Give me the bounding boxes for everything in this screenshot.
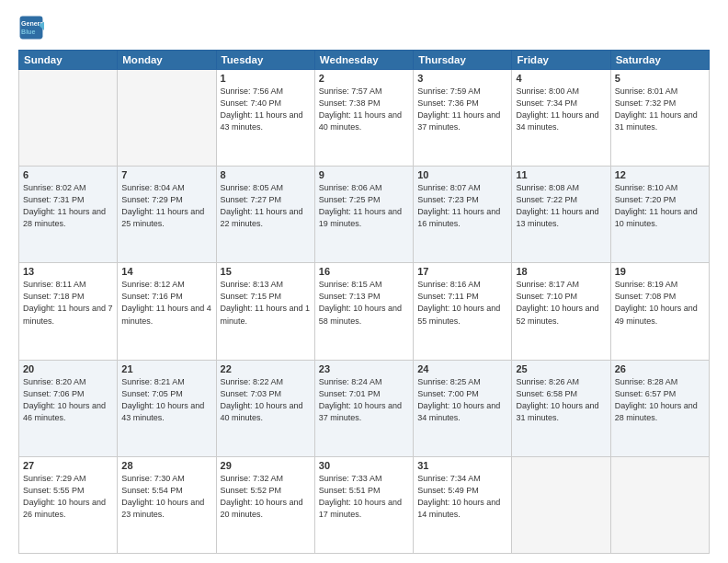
day-number: 3 xyxy=(417,73,507,84)
day-number: 5 xyxy=(615,73,705,84)
day-number: 30 xyxy=(319,460,409,471)
day-number: 13 xyxy=(23,266,113,277)
calendar-cell: 22Sunrise: 8:22 AM Sunset: 7:03 PM Dayli… xyxy=(216,360,314,456)
day-info: Sunrise: 7:34 AM Sunset: 5:49 PM Dayligh… xyxy=(417,473,507,521)
calendar-cell: 5Sunrise: 8:01 AM Sunset: 7:32 PM Daylig… xyxy=(610,70,709,167)
day-info: Sunrise: 8:11 AM Sunset: 7:18 PM Dayligh… xyxy=(23,279,113,327)
calendar-cell: 4Sunrise: 8:00 AM Sunset: 7:34 PM Daylig… xyxy=(512,70,610,167)
calendar-cell: 25Sunrise: 8:26 AM Sunset: 6:58 PM Dayli… xyxy=(512,360,610,456)
day-info: Sunrise: 8:20 AM Sunset: 7:06 PM Dayligh… xyxy=(23,376,113,424)
day-number: 8 xyxy=(221,169,311,180)
day-number: 10 xyxy=(417,169,507,180)
calendar-cell: 13Sunrise: 8:11 AM Sunset: 7:18 PM Dayli… xyxy=(19,263,118,360)
day-number: 12 xyxy=(615,169,705,180)
calendar-cell xyxy=(19,70,118,167)
calendar-cell: 31Sunrise: 7:34 AM Sunset: 5:49 PM Dayli… xyxy=(414,456,512,553)
day-number: 26 xyxy=(615,363,705,374)
calendar-cell xyxy=(610,456,709,553)
page: General Blue SundayMondayTuesdayWednesda… xyxy=(0,0,728,563)
calendar-cell: 2Sunrise: 7:57 AM Sunset: 7:38 PM Daylig… xyxy=(314,70,413,167)
day-info: Sunrise: 7:29 AM Sunset: 5:55 PM Dayligh… xyxy=(23,473,113,521)
day-number: 2 xyxy=(319,73,409,84)
day-number: 27 xyxy=(23,460,113,471)
day-number: 14 xyxy=(121,266,211,277)
calendar-cell: 7Sunrise: 8:04 AM Sunset: 7:29 PM Daylig… xyxy=(118,167,216,263)
day-info: Sunrise: 8:15 AM Sunset: 7:13 PM Dayligh… xyxy=(319,279,409,327)
weekday-header: Monday xyxy=(118,51,216,70)
day-info: Sunrise: 8:12 AM Sunset: 7:16 PM Dayligh… xyxy=(121,279,211,327)
day-number: 25 xyxy=(516,363,606,374)
calendar-cell: 3Sunrise: 7:59 AM Sunset: 7:36 PM Daylig… xyxy=(414,70,512,167)
day-info: Sunrise: 7:59 AM Sunset: 7:36 PM Dayligh… xyxy=(417,86,507,133)
day-number: 29 xyxy=(221,460,311,471)
calendar-week-row: 20Sunrise: 8:20 AM Sunset: 7:06 PM Dayli… xyxy=(19,360,710,456)
day-info: Sunrise: 8:02 AM Sunset: 7:31 PM Dayligh… xyxy=(23,182,113,230)
day-info: Sunrise: 7:56 AM Sunset: 7:40 PM Dayligh… xyxy=(221,86,311,133)
day-number: 1 xyxy=(221,73,311,84)
calendar-cell: 29Sunrise: 7:32 AM Sunset: 5:52 PM Dayli… xyxy=(216,456,314,553)
calendar-week-row: 1Sunrise: 7:56 AM Sunset: 7:40 PM Daylig… xyxy=(19,70,710,167)
calendar-table: SundayMondayTuesdayWednesdayThursdayFrid… xyxy=(18,50,710,554)
calendar-cell: 15Sunrise: 8:13 AM Sunset: 7:15 PM Dayli… xyxy=(216,263,314,360)
svg-rect-1 xyxy=(20,17,43,40)
calendar-cell: 17Sunrise: 8:16 AM Sunset: 7:11 PM Dayli… xyxy=(414,263,512,360)
calendar-cell: 12Sunrise: 8:10 AM Sunset: 7:20 PM Dayli… xyxy=(610,167,709,263)
day-number: 7 xyxy=(121,169,211,180)
calendar-cell: 10Sunrise: 8:07 AM Sunset: 7:23 PM Dayli… xyxy=(414,167,512,263)
weekday-header: Wednesday xyxy=(314,51,413,70)
calendar-cell: 23Sunrise: 8:24 AM Sunset: 7:01 PM Dayli… xyxy=(314,360,413,456)
day-info: Sunrise: 7:30 AM Sunset: 5:54 PM Dayligh… xyxy=(121,473,211,521)
calendar-cell: 24Sunrise: 8:25 AM Sunset: 7:00 PM Dayli… xyxy=(414,360,512,456)
weekday-header: Tuesday xyxy=(216,51,314,70)
day-number: 18 xyxy=(516,266,606,277)
day-info: Sunrise: 8:04 AM Sunset: 7:29 PM Dayligh… xyxy=(121,182,211,230)
calendar-header-row: SundayMondayTuesdayWednesdayThursdayFrid… xyxy=(19,51,710,70)
day-number: 24 xyxy=(417,363,507,374)
day-number: 11 xyxy=(516,169,606,180)
weekday-header: Saturday xyxy=(610,51,709,70)
calendar-week-row: 6Sunrise: 8:02 AM Sunset: 7:31 PM Daylig… xyxy=(19,167,710,263)
calendar-cell xyxy=(512,456,610,553)
calendar-cell: 21Sunrise: 8:21 AM Sunset: 7:05 PM Dayli… xyxy=(118,360,216,456)
calendar-cell: 11Sunrise: 8:08 AM Sunset: 7:22 PM Dayli… xyxy=(512,167,610,263)
day-info: Sunrise: 8:19 AM Sunset: 7:08 PM Dayligh… xyxy=(615,279,705,327)
day-number: 22 xyxy=(221,363,311,374)
calendar-cell: 20Sunrise: 8:20 AM Sunset: 7:06 PM Dayli… xyxy=(19,360,118,456)
day-number: 23 xyxy=(319,363,409,374)
day-info: Sunrise: 8:25 AM Sunset: 7:00 PM Dayligh… xyxy=(417,376,507,424)
day-number: 17 xyxy=(417,266,507,277)
calendar-cell: 8Sunrise: 8:05 AM Sunset: 7:27 PM Daylig… xyxy=(216,167,314,263)
calendar-cell: 19Sunrise: 8:19 AM Sunset: 7:08 PM Dayli… xyxy=(610,263,709,360)
header: General Blue xyxy=(18,15,710,40)
day-info: Sunrise: 8:01 AM Sunset: 7:32 PM Dayligh… xyxy=(615,86,705,133)
calendar-cell: 9Sunrise: 8:06 AM Sunset: 7:25 PM Daylig… xyxy=(314,167,413,263)
day-info: Sunrise: 8:08 AM Sunset: 7:22 PM Dayligh… xyxy=(516,182,606,230)
day-number: 21 xyxy=(121,363,211,374)
weekday-header: Sunday xyxy=(19,51,118,70)
calendar-week-row: 27Sunrise: 7:29 AM Sunset: 5:55 PM Dayli… xyxy=(19,456,710,553)
day-info: Sunrise: 7:33 AM Sunset: 5:51 PM Dayligh… xyxy=(319,473,409,521)
day-info: Sunrise: 8:24 AM Sunset: 7:01 PM Dayligh… xyxy=(319,376,409,424)
day-info: Sunrise: 8:00 AM Sunset: 7:34 PM Dayligh… xyxy=(516,86,606,133)
calendar-cell: 27Sunrise: 7:29 AM Sunset: 5:55 PM Dayli… xyxy=(19,456,118,553)
svg-text:Blue: Blue xyxy=(21,29,35,35)
weekday-header: Thursday xyxy=(414,51,512,70)
day-info: Sunrise: 8:13 AM Sunset: 7:15 PM Dayligh… xyxy=(221,279,311,327)
day-info: Sunrise: 8:21 AM Sunset: 7:05 PM Dayligh… xyxy=(121,376,211,424)
calendar-cell xyxy=(118,70,216,167)
day-info: Sunrise: 8:06 AM Sunset: 7:25 PM Dayligh… xyxy=(319,182,409,230)
day-info: Sunrise: 8:26 AM Sunset: 6:58 PM Dayligh… xyxy=(516,376,606,424)
calendar-cell: 26Sunrise: 8:28 AM Sunset: 6:57 PM Dayli… xyxy=(610,360,709,456)
day-info: Sunrise: 8:16 AM Sunset: 7:11 PM Dayligh… xyxy=(417,279,507,327)
calendar-cell: 1Sunrise: 7:56 AM Sunset: 7:40 PM Daylig… xyxy=(216,70,314,167)
logo: General Blue xyxy=(18,15,48,40)
logo-icon: General Blue xyxy=(18,15,44,40)
day-number: 28 xyxy=(121,460,211,471)
day-info: Sunrise: 8:07 AM Sunset: 7:23 PM Dayligh… xyxy=(417,182,507,230)
day-number: 20 xyxy=(23,363,113,374)
day-number: 19 xyxy=(615,266,705,277)
day-number: 31 xyxy=(417,460,507,471)
calendar-cell: 6Sunrise: 8:02 AM Sunset: 7:31 PM Daylig… xyxy=(19,167,118,263)
calendar-cell: 16Sunrise: 8:15 AM Sunset: 7:13 PM Dayli… xyxy=(314,263,413,360)
day-info: Sunrise: 7:57 AM Sunset: 7:38 PM Dayligh… xyxy=(319,86,409,133)
